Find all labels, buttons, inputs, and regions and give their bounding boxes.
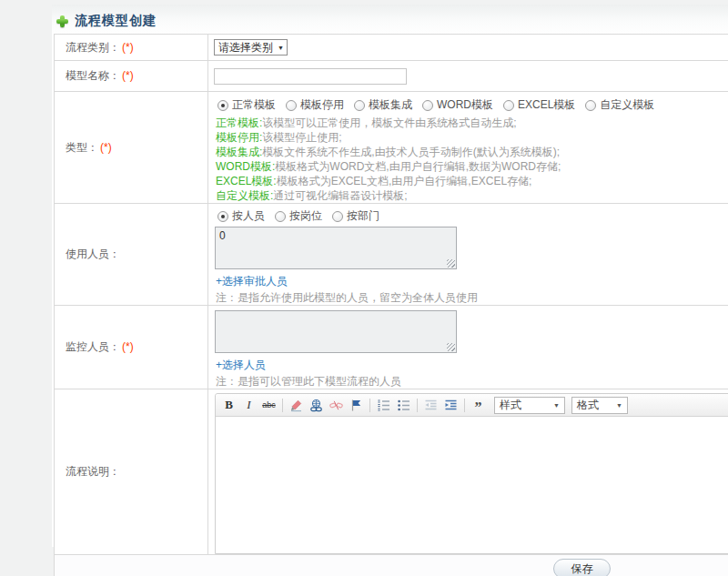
radio-icon — [422, 100, 433, 111]
model-name-label: 模型名称： — [66, 69, 120, 82]
type-label: 类型： — [66, 141, 98, 154]
radio-label: 按人员 — [232, 208, 265, 224]
users-textarea[interactable]: 0 — [215, 227, 457, 269]
plus-icon — [56, 15, 68, 27]
link-icon[interactable] — [307, 397, 326, 414]
process-model-form: 流程类别：(*) 请选择类别 ▼ 模型名称：(*) 类型：(*) — [54, 34, 728, 576]
bold-button[interactable]: B — [219, 397, 238, 414]
category-select[interactable]: 请选择类别 ▼ — [214, 39, 288, 56]
radio-icon — [332, 211, 343, 222]
radio-icon — [354, 100, 365, 111]
radio-by-department[interactable]: 按部门 — [332, 208, 379, 224]
strikethrough-button[interactable]: abc — [259, 397, 278, 414]
flag-anchor-icon[interactable] — [347, 397, 366, 414]
type-desc-line: 正常模板:该模型可以正常使用，模板文件由系统格式自动生成; — [216, 116, 728, 130]
remove-format-icon[interactable] — [287, 397, 306, 414]
radio-word-template[interactable]: WORD模板 — [422, 97, 493, 113]
styles-dropdown-value: 样式 — [500, 398, 521, 413]
users-label: 使用人员： — [66, 248, 120, 260]
row-type: 类型：(*) 正常模板 模板停用 模板集成 WORD模板 EXCEL模板 自定义… — [55, 92, 728, 204]
toolbar-separator — [282, 399, 283, 412]
row-description: 流程说明： B I abc — [55, 389, 728, 555]
radio-label: 按部门 — [347, 208, 379, 224]
required-mark: (*) — [122, 69, 134, 82]
radio-label: 模板停用 — [300, 97, 344, 113]
radio-template-integrated[interactable]: 模板集成 — [354, 97, 412, 113]
toolbar-separator — [417, 399, 418, 412]
blockquote-icon[interactable]: ” — [469, 397, 488, 414]
type-descriptions: 正常模板:该模型可以正常使用，模板文件由系统格式自动生成; 模板停用:该模型停止… — [216, 116, 728, 203]
monitors-label: 监控人员： — [66, 340, 120, 353]
caret-down-icon: ▼ — [553, 402, 560, 409]
description-label-cell: 流程说明： — [55, 389, 208, 555]
type-label-cell: 类型：(*) — [55, 92, 208, 204]
radio-icon — [275, 211, 286, 222]
category-label-cell: 流程类别：(*) — [55, 35, 208, 61]
type-desc-line: 自定义模板:通过可视化编辑器设计模板; — [216, 188, 728, 203]
radio-label: EXCEL模板 — [518, 97, 575, 113]
model-name-label-cell: 模型名称：(*) — [55, 61, 208, 92]
radio-by-person[interactable]: 按人员 — [217, 208, 265, 224]
italic-button[interactable]: I — [239, 397, 258, 414]
resize-handle-icon[interactable] — [447, 259, 455, 268]
radio-label: 正常模板 — [232, 97, 276, 113]
users-textarea-value: 0 — [219, 229, 226, 242]
radio-icon — [503, 100, 514, 111]
ordered-list-icon[interactable] — [374, 397, 393, 414]
category-select-value: 请选择类别 — [218, 40, 273, 56]
radio-excel-template[interactable]: EXCEL模板 — [503, 97, 575, 113]
radio-label: 按岗位 — [289, 208, 322, 224]
radio-icon — [217, 100, 228, 111]
toolbar-separator — [464, 399, 465, 412]
radio-label: 模板集成 — [369, 97, 412, 113]
indent-icon[interactable] — [441, 397, 460, 414]
radio-label: WORD模板 — [437, 97, 493, 113]
radio-template-disabled[interactable]: 模板停用 — [286, 97, 344, 113]
outdent-icon[interactable] — [421, 397, 440, 414]
monitors-note: 注：是指可以管理此下模型流程的人员 — [216, 375, 728, 389]
format-dropdown-value: 格式 — [577, 398, 599, 413]
type-radio-group: 正常模板 模板停用 模板集成 WORD模板 EXCEL模板 自定义模板 — [217, 97, 728, 113]
radio-by-position[interactable]: 按岗位 — [275, 208, 322, 224]
radio-icon — [585, 100, 596, 111]
radio-custom-template[interactable]: 自定义模板 — [585, 97, 654, 113]
editor-toolbar: B I abc — [216, 394, 728, 417]
monitors-label-cell: 监控人员：(*) — [55, 306, 208, 389]
users-radio-group: 按人员 按岗位 按部门 — [217, 208, 728, 224]
category-label: 流程类别： — [66, 41, 120, 54]
format-dropdown[interactable]: 格式 ▼ — [571, 397, 628, 414]
save-button[interactable]: 保存 — [553, 559, 611, 576]
radio-label: 自定义模板 — [600, 97, 654, 113]
required-mark: (*) — [122, 41, 134, 54]
type-desc-line: EXCEL模板:模板格式为EXCEL文档,由用户自行编辑,EXCEL存储; — [216, 174, 728, 188]
select-approvers-link[interactable]: +选择审批人员 — [216, 274, 288, 289]
unlink-icon[interactable] — [327, 397, 346, 414]
resize-handle-icon[interactable] — [447, 343, 455, 351]
radio-icon — [286, 100, 297, 111]
page-title: 流程模型创建 — [75, 13, 157, 29]
styles-dropdown[interactable]: 样式 ▼ — [494, 397, 565, 414]
type-desc-line: 模板停用:该模型停止使用; — [216, 130, 728, 145]
type-desc-line: WORD模板:模板格式为WORD文档,由用户自行编辑,数据为WORD存储; — [216, 159, 728, 174]
page-header: 流程模型创建 — [52, 5, 728, 29]
select-monitors-link[interactable]: +选择人员 — [216, 358, 266, 373]
toolbar-separator — [369, 399, 370, 412]
description-label: 流程说明： — [66, 465, 120, 478]
caret-down-icon: ▼ — [278, 45, 284, 51]
save-row-cell: 保存 — [55, 555, 728, 576]
unordered-list-icon[interactable] — [394, 397, 413, 414]
radio-normal-template[interactable]: 正常模板 — [217, 97, 276, 113]
row-category: 流程类别：(*) 请选择类别 ▼ — [55, 35, 728, 61]
row-model-name: 模型名称：(*) — [55, 61, 728, 92]
caret-down-icon: ▼ — [616, 402, 622, 409]
rich-text-editor: B I abc — [215, 393, 728, 554]
model-name-input[interactable] — [214, 68, 407, 85]
row-monitors: 监控人员：(*) +选择人员 注：是指可以管理此下模型流程的人员 — [55, 306, 728, 389]
type-desc-line: 模板集成:模板文件系统不作生成,由技术人员手动制作(默认为系统模板); — [216, 145, 728, 159]
editor-content-area[interactable] — [216, 417, 728, 553]
required-mark: (*) — [122, 340, 134, 353]
monitors-textarea[interactable] — [215, 310, 457, 353]
users-note: 注：是指允许使用此模型的人员，留空为全体人员使用 — [216, 291, 728, 305]
row-save: 保存 — [55, 555, 728, 576]
users-label-cell: 使用人员： — [55, 204, 208, 306]
